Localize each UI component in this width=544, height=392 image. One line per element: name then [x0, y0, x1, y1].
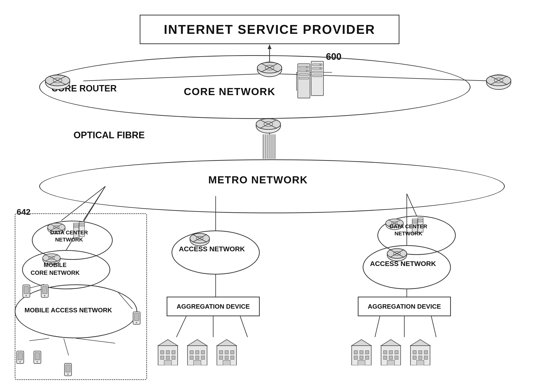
svg-marker-158 [352, 340, 371, 346]
svg-rect-78 [80, 225, 84, 226]
svg-rect-163 [383, 356, 387, 359]
svg-marker-140 [187, 340, 207, 346]
svg-rect-169 [413, 351, 416, 354]
svg-rect-144 [231, 351, 234, 354]
svg-point-55 [306, 70, 308, 72]
buildings-center [157, 338, 238, 365]
svg-rect-97 [35, 353, 40, 360]
svg-rect-49 [298, 64, 310, 98]
svg-rect-56 [311, 61, 323, 96]
access-network-right-label: ACCESS NETWORK [370, 260, 436, 268]
svg-rect-156 [365, 356, 369, 359]
phone-right-mobile [132, 311, 141, 326]
metro-network-ellipse [39, 159, 505, 213]
svg-marker-131 [158, 340, 178, 346]
svg-rect-134 [196, 351, 199, 354]
svg-line-19 [176, 316, 186, 337]
svg-rect-128 [166, 356, 170, 359]
core-network-label: CORE NETWORK [184, 86, 275, 98]
svg-point-95 [19, 361, 21, 363]
svg-point-62 [320, 68, 321, 69]
svg-rect-138 [201, 356, 205, 359]
svg-rect-133 [190, 351, 193, 354]
svg-rect-130 [164, 360, 172, 365]
svg-rect-85 [24, 286, 29, 294]
svg-line-21 [240, 316, 247, 337]
svg-point-86 [25, 295, 27, 296]
mobile-core-label: MOBILECORE NETWORK [31, 261, 80, 277]
svg-rect-125 [166, 351, 170, 354]
svg-rect-88 [42, 286, 47, 294]
svg-rect-142 [219, 351, 223, 354]
svg-point-61 [320, 64, 321, 65]
svg-rect-171 [424, 351, 428, 354]
svg-rect-124 [161, 351, 164, 354]
aggregation-device-center: AGGREGATION DEVICE [167, 297, 260, 316]
svg-rect-148 [223, 360, 230, 365]
svg-rect-146 [225, 356, 228, 359]
svg-rect-139 [194, 360, 201, 365]
svg-rect-153 [365, 351, 369, 354]
svg-point-98 [37, 361, 38, 363]
phones-bottom-row1 [16, 351, 42, 364]
svg-rect-160 [383, 351, 387, 354]
router-core-top [256, 61, 283, 81]
phones-bottom-row2 [64, 363, 72, 376]
svg-marker-1 [268, 45, 272, 49]
access-network-center-label: ACCESS NETWORK [179, 245, 245, 253]
svg-rect-91 [134, 313, 139, 321]
dc-network-left-label: DATA CENTERNETWORK [50, 229, 88, 243]
aggregation-device-right: AGGREGATION DEVICE [358, 297, 451, 316]
svg-rect-161 [389, 351, 393, 354]
svg-rect-145 [219, 356, 223, 359]
svg-rect-129 [172, 356, 175, 359]
svg-rect-135 [201, 351, 205, 354]
svg-rect-60 [312, 75, 322, 77]
isp-label: INTERNET SERVICE PROVIDER [164, 22, 375, 37]
buildings-right [350, 338, 431, 365]
svg-rect-147 [231, 356, 234, 359]
svg-rect-127 [161, 356, 164, 359]
svg-rect-137 [196, 356, 199, 359]
svg-rect-152 [360, 351, 363, 354]
aggregation-center-label: AGGREGATION DEVICE [177, 303, 250, 310]
svg-rect-170 [419, 351, 422, 354]
svg-marker-176 [410, 340, 430, 346]
svg-rect-155 [360, 356, 363, 359]
svg-rect-75 [74, 227, 78, 228]
svg-line-22 [375, 316, 380, 337]
svg-point-101 [67, 373, 69, 375]
aggregation-right-label: AGGREGATION DEVICE [368, 303, 441, 310]
svg-rect-172 [413, 356, 416, 359]
svg-rect-157 [358, 360, 365, 365]
svg-rect-173 [419, 356, 422, 359]
svg-rect-175 [417, 360, 424, 365]
svg-rect-174 [424, 356, 428, 359]
svg-rect-100 [66, 365, 70, 372]
svg-rect-136 [190, 356, 193, 359]
svg-rect-113 [413, 220, 417, 221]
mobile-access-label: MOBILE ACCESS NETWORK [25, 306, 112, 314]
svg-rect-165 [395, 356, 398, 359]
svg-rect-154 [354, 356, 358, 359]
svg-marker-167 [381, 340, 401, 346]
svg-rect-74 [74, 225, 78, 226]
phones-top-row [22, 284, 49, 298]
network-diagram: INTERNET SERVICE PROVIDER 600 CORE NETWO… [0, 0, 544, 392]
svg-rect-53 [299, 77, 309, 79]
svg-rect-77 [80, 223, 84, 224]
svg-rect-117 [418, 221, 423, 222]
dc-network-right-label: DATA CENTERNETWORK [390, 223, 427, 237]
svg-point-92 [136, 322, 137, 323]
svg-rect-59 [312, 71, 322, 73]
svg-rect-143 [225, 351, 228, 354]
svg-point-89 [44, 295, 45, 296]
svg-rect-116 [418, 219, 423, 220]
svg-point-54 [306, 66, 308, 68]
svg-rect-162 [395, 351, 398, 354]
metro-network-label: METRO NETWORK [208, 174, 308, 186]
svg-rect-166 [387, 360, 395, 365]
svg-rect-164 [389, 356, 393, 359]
router-core-left [44, 74, 71, 94]
svg-line-24 [431, 316, 436, 337]
